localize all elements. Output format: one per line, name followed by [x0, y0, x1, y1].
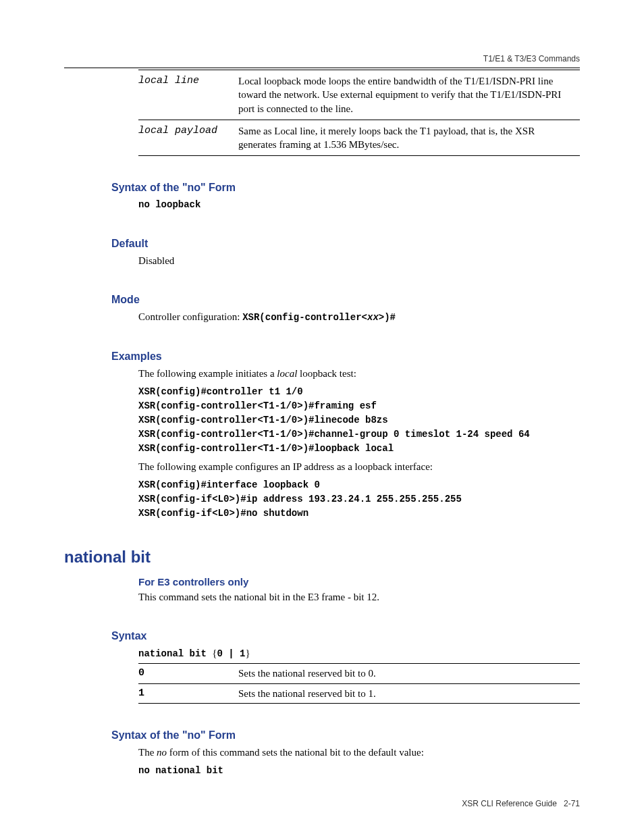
code-block: XSR(config)#interface loopback 0 XSR(con…	[138, 478, 580, 521]
page: T1/E1 & T3/E3 Commands local line Local …	[0, 0, 644, 834]
param-key: local payload	[138, 120, 238, 156]
syntax-key: 1	[138, 683, 238, 703]
intro-pre: The following example initiates a	[138, 368, 277, 379]
page-footer: XSR CLI Reference Guide 2-71	[462, 799, 580, 808]
text-post: form of this command sets the national b…	[167, 747, 424, 758]
mode-code-var: xx	[367, 312, 379, 323]
syntax-desc: Sets the national reserved bit to 1.	[238, 683, 580, 703]
command-heading-national-bit: national bit	[64, 548, 580, 567]
brace-close: }	[245, 648, 250, 658]
content-area: local line Local loopback mode loops the…	[138, 70, 580, 778]
table-row: 0 Sets the national reserved bit to 0.	[138, 664, 580, 683]
section-heading-examples: Examples	[111, 350, 580, 363]
footer-page: 2-71	[564, 799, 580, 808]
mode-prefix: Controller configuration:	[138, 311, 242, 322]
page-header: T1/E1 & T3/E3 Commands	[64, 54, 580, 68]
section-heading-default: Default	[111, 238, 580, 250]
section-heading-mode: Mode	[111, 294, 580, 306]
table-row: local line Local loopback mode loops the…	[138, 70, 580, 120]
command-desc: This command sets the national bit in th…	[138, 590, 580, 604]
table-row: local payload Same as Local line, it mer…	[138, 120, 580, 156]
section-heading-syntax-no-form: Syntax of the "no" Form	[111, 729, 580, 741]
param-desc: Same as Local line, it merely loops back…	[238, 120, 580, 156]
text-pre: The	[138, 747, 157, 758]
text-italic: no	[157, 747, 167, 758]
examples-intro: The following example initiates a local …	[138, 367, 580, 381]
syntax-key: 0	[138, 664, 238, 683]
header-rule	[64, 68, 580, 68]
intro-italic: local	[277, 368, 297, 379]
code-block: no loopback	[138, 198, 580, 212]
syntax-options: 0 | 1	[217, 648, 245, 659]
mode-code-suffix: >)#	[379, 312, 396, 323]
footer-guide: XSR CLI Reference Guide	[462, 799, 557, 808]
default-text: Disabled	[138, 254, 580, 268]
sub-heading: For E3 controllers only	[138, 576, 580, 588]
mode-text: Controller configuration: XSR(config-con…	[138, 310, 580, 325]
no-form-text: The no form of this command sets the nat…	[138, 746, 580, 760]
intro-post: loopback test:	[297, 368, 356, 379]
param-key: local line	[138, 70, 238, 120]
mode-code-prefix: XSR(config-controller<	[242, 312, 367, 323]
syntax-desc: Sets the national reserved bit to 0.	[238, 664, 580, 683]
examples-intro2: The following example configures an IP a…	[138, 460, 580, 474]
table-row: 1 Sets the national reserved bit to 1.	[138, 683, 580, 703]
code-block: XSR(config)#controller t1 1/0 XSR(config…	[138, 385, 580, 456]
section-heading-syntax-no-form: Syntax of the "no" Form	[111, 182, 580, 194]
param-desc: Local loopback mode loops the entire ban…	[238, 70, 580, 120]
header-text: T1/E1 & T3/E3 Commands	[64, 54, 580, 68]
syntax-code: national bit	[138, 648, 212, 659]
syntax-line: national bit {0 | 1}	[138, 646, 580, 661]
code-block: no national bit	[138, 764, 580, 778]
syntax-table: 0 Sets the national reserved bit to 0. 1…	[138, 663, 580, 704]
section-heading-syntax: Syntax	[111, 630, 580, 642]
parameter-table: local line Local loopback mode loops the…	[138, 70, 580, 156]
